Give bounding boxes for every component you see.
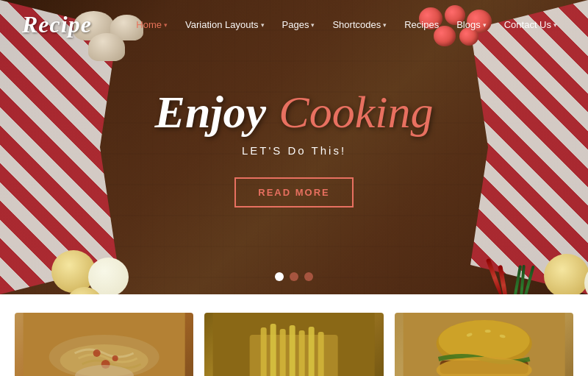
svg-rect-11	[290, 325, 295, 376]
svg-point-20	[484, 330, 490, 333]
slider-dot-2[interactable]	[290, 272, 298, 281]
svg-rect-9	[270, 324, 276, 376]
svg-rect-8	[261, 327, 267, 376]
svg-point-17	[436, 320, 531, 367]
nav-item-recipes[interactable]: Recipes	[395, 19, 448, 30]
slider-dot-3[interactable]	[304, 272, 313, 281]
svg-rect-22	[440, 361, 528, 374]
food-card-burger[interactable]	[395, 313, 573, 376]
svg-point-4	[112, 355, 118, 361]
burger-image	[395, 313, 573, 376]
svg-rect-0	[24, 313, 185, 376]
food-card-pasta[interactable]	[15, 313, 193, 376]
chevron-down-icon: ▾	[553, 21, 557, 29]
site-logo[interactable]: Recipe	[22, 11, 92, 38]
food-cards-section	[0, 294, 588, 376]
hero-title: Enjoy Cooking	[155, 87, 434, 137]
nav-item-contact[interactable]: Contact Us ▾	[495, 19, 566, 30]
main-nav: Home ▾ Variation Layouts ▾ Pages ▾ Short…	[127, 19, 566, 30]
svg-rect-13	[309, 327, 315, 376]
svg-rect-7	[250, 335, 338, 376]
chevron-down-icon: ▾	[311, 21, 315, 29]
pasta-image	[15, 313, 193, 376]
slider-dots	[275, 272, 313, 281]
chevron-down-icon: ▾	[261, 21, 265, 29]
svg-rect-12	[299, 330, 305, 376]
nav-item-variation[interactable]: Variation Layouts ▾	[176, 19, 273, 30]
site-header: Recipe Home ▾ Variation Layouts ▾ Pages …	[0, 0, 588, 49]
svg-point-2	[60, 344, 148, 376]
svg-rect-6	[213, 313, 375, 376]
svg-point-21	[499, 334, 506, 338]
chevron-down-icon: ▾	[164, 21, 168, 29]
slider-dot-1[interactable]	[275, 272, 284, 281]
svg-point-3	[93, 350, 101, 357]
hero-content: Enjoy Cooking LET'S Do This! READ MORE	[155, 87, 434, 207]
nav-item-shortcodes[interactable]: Shortcodes ▾	[323, 19, 395, 30]
svg-rect-10	[280, 329, 286, 376]
svg-point-23	[436, 357, 531, 376]
svg-rect-14	[318, 332, 324, 376]
svg-point-1	[49, 335, 159, 376]
nav-item-home[interactable]: Home ▾	[127, 19, 176, 30]
nav-item-blogs[interactable]: Blogs ▾	[448, 19, 495, 30]
hero-subtitle: LET'S Do This!	[155, 144, 434, 157]
chevron-down-icon: ▾	[483, 21, 487, 29]
chevron-down-icon: ▾	[383, 21, 387, 29]
svg-rect-16	[403, 313, 564, 376]
food-card-fries[interactable]	[204, 313, 383, 376]
svg-point-5	[101, 360, 110, 369]
nav-item-pages[interactable]: Pages ▾	[273, 19, 324, 30]
fries-image	[204, 313, 383, 376]
svg-point-18	[438, 320, 529, 361]
svg-point-19	[466, 333, 473, 337]
hero-section: Recipe Home ▾ Variation Layouts ▾ Pages …	[0, 0, 588, 294]
read-more-button[interactable]: READ MORE	[234, 177, 353, 207]
